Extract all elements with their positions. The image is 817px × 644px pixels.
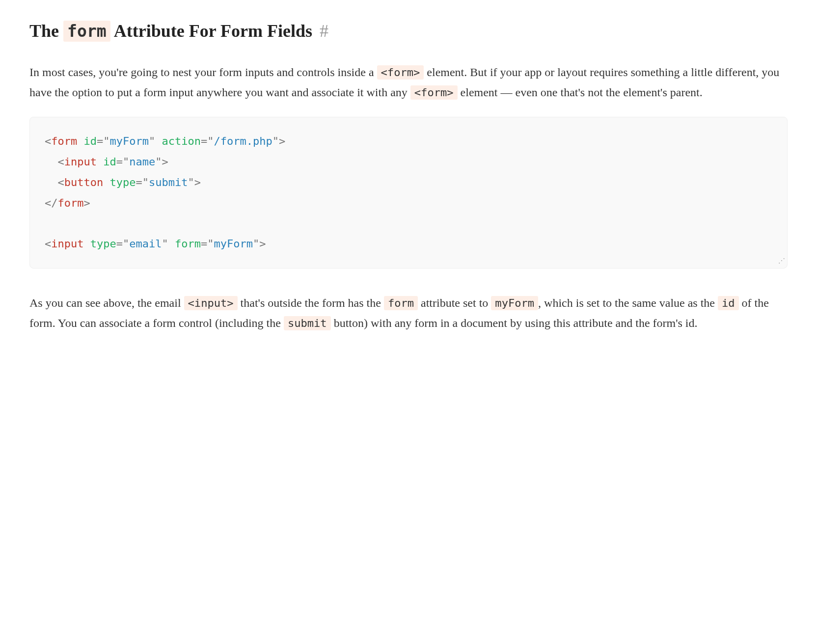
heading-text-suffix: Attribute For Form Fields	[110, 21, 317, 41]
text: , which is set to the same value as the	[538, 296, 718, 309]
inline-code-myform: myForm	[491, 296, 538, 310]
code-line-2: <input id="name">	[45, 156, 168, 168]
text: attribute set to	[418, 296, 491, 309]
inline-code-form-tag: <form>	[377, 65, 424, 80]
paragraph-2: As you can see above, the email <input> …	[29, 293, 788, 333]
inline-code-form-tag: <form>	[410, 85, 458, 100]
inline-code-id: id	[718, 296, 739, 310]
text: that's outside the form has the	[238, 296, 384, 309]
paragraph-1: In most cases, you're going to nest your…	[29, 62, 788, 103]
code-line-1: <form id="myForm" action="/form.php">	[45, 135, 285, 147]
inline-code-input-tag: <input>	[184, 296, 238, 310]
code-line-4: </form>	[45, 197, 90, 209]
heading-text-prefix: The	[29, 21, 63, 41]
code-line-3: <button type="submit">	[45, 176, 201, 188]
code-line-6: <input type="email" form="myForm">	[45, 238, 266, 250]
inline-code-form-attr: form	[384, 296, 418, 310]
text: element — even one that's not the elemen…	[458, 86, 703, 99]
section-heading: The form Attribute For Form Fields #	[29, 20, 788, 43]
heading-anchor-link[interactable]: #	[320, 21, 328, 41]
resize-handle-icon: ⋰	[778, 254, 785, 268]
text: As you can see above, the email	[29, 296, 184, 309]
inline-code-submit: submit	[284, 316, 331, 330]
code-block[interactable]: <form id="myForm" action="/form.php"> <i…	[29, 117, 788, 268]
text: button) with any form in a document by u…	[331, 317, 698, 329]
text: In most cases, you're going to nest your…	[29, 66, 377, 79]
heading-code: form	[63, 21, 110, 42]
